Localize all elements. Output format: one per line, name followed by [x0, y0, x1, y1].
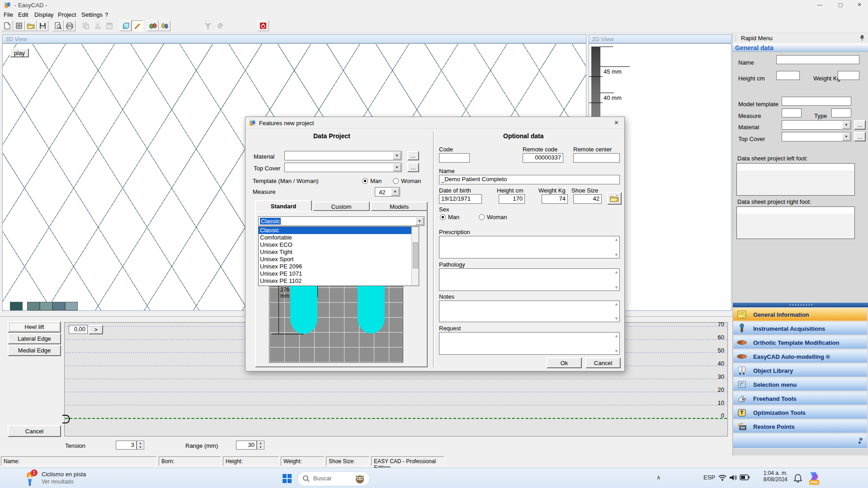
sex-man-radio[interactable]: [440, 214, 446, 220]
copilot-icon[interactable]: PRE: [807, 471, 823, 486]
scroll-up-icon[interactable]: ▲: [614, 270, 618, 274]
medial-edge-button[interactable]: Medial Edge: [8, 345, 61, 356]
scroll-down-icon[interactable]: ▼: [614, 253, 618, 257]
sb-height-field[interactable]: [776, 71, 800, 80]
dialog-cancel-button[interactable]: Cancel: [585, 357, 621, 368]
notes-textarea[interactable]: ▲▼: [439, 300, 620, 322]
dob-field[interactable]: 19/12/1971: [439, 194, 482, 204]
prescription-textarea[interactable]: ▲▼: [439, 236, 620, 258]
list-item[interactable]: Unisex Tight: [259, 249, 419, 256]
dialog-close-icon[interactable]: ✕: [614, 119, 619, 126]
standard-template-combo[interactable]: Classic ▼: [258, 216, 425, 226]
print-button[interactable]: [64, 20, 75, 31]
tension-spinner[interactable]: ▲▼: [137, 441, 144, 450]
menu-file[interactable]: File: [4, 11, 13, 18]
menu-settings[interactable]: Settings: [81, 11, 103, 18]
scroll-up-icon[interactable]: ▲: [614, 237, 618, 242]
scroll-down-icon[interactable]: ▼: [614, 285, 618, 290]
language-indicator[interactable]: ESP: [703, 474, 715, 481]
minimize-button[interactable]: —: [809, 0, 830, 10]
heel-lift-button[interactable]: Heel lift: [8, 321, 61, 333]
sb-name-field[interactable]: [776, 55, 859, 64]
shoe-size-field[interactable]: 42: [573, 194, 602, 204]
list-item[interactable]: Unisex PE 1102: [259, 277, 419, 285]
tray-expand-chevron[interactable]: ∧: [656, 474, 661, 481]
draw-pencil-button[interactable]: [132, 20, 143, 31]
clock-widget[interactable]: 1:04 a. m. 8/08/2024: [752, 470, 788, 487]
pathology-textarea[interactable]: ▲▼: [439, 268, 620, 291]
search-highlight-owl-icon[interactable]: [354, 473, 366, 484]
template-man-radio[interactable]: [362, 178, 368, 184]
profile-cancel-button[interactable]: Cancel: [8, 425, 61, 437]
notification-bell-icon[interactable]: [794, 474, 802, 483]
open-project-button[interactable]: [25, 20, 37, 31]
volume-icon[interactable]: [729, 474, 737, 481]
range-spinner[interactable]: ▲▼: [257, 441, 264, 450]
chevron-down-icon[interactable]: ▼: [393, 152, 401, 160]
material-more-button[interactable]: ...: [407, 151, 419, 160]
left-foot-datasheet-list[interactable]: [736, 163, 855, 196]
patient-name-field[interactable]: _Demo Patient Completo: [439, 175, 620, 184]
tab-standard[interactable]: Standard: [255, 200, 312, 211]
scroll-down-icon[interactable]: ▼: [614, 349, 618, 353]
insole-view-button[interactable]: [147, 20, 159, 31]
load-patient-button[interactable]: [607, 192, 622, 205]
curve-start-marker[interactable]: [62, 415, 70, 423]
notification-widget[interactable]: 1 Ciclismo en pista Ver resultado: [18, 469, 136, 488]
remote-center-field[interactable]: [573, 153, 620, 163]
search-box[interactable]: Buscar: [297, 471, 370, 486]
chevron-down-icon[interactable]: ▼: [391, 188, 399, 196]
sb-type-field[interactable]: [831, 108, 851, 117]
dialog-title-bar[interactable]: Features new project ✕: [245, 117, 624, 129]
list-item[interactable]: Unisex PE 1071: [259, 270, 419, 277]
sb-model-template-field[interactable]: [782, 97, 851, 106]
list-scrollbar[interactable]: [411, 227, 419, 286]
sb-material-more-button[interactable]: ...: [854, 120, 866, 130]
sb-top-cover-more-button[interactable]: ...: [854, 132, 866, 141]
save-button[interactable]: [37, 20, 48, 31]
sb-weight-field[interactable]: [838, 71, 859, 80]
sidebar-item-object-library[interactable]: Object Library: [733, 364, 867, 377]
height-field[interactable]: 170: [499, 194, 525, 204]
chevron-down-icon[interactable]: ▼: [858, 441, 862, 445]
sidebar-item-optimization-tools[interactable]: Optimization Tools: [733, 406, 867, 419]
sex-woman-radio[interactable]: [479, 214, 485, 220]
sidebar-item-freehand-tools[interactable]: Freehand Tools: [733, 392, 867, 405]
menu-project[interactable]: Project: [58, 11, 76, 18]
chevron-down-icon[interactable]: ▼: [393, 164, 401, 171]
top-cover-more-button[interactable]: ...: [407, 163, 419, 172]
list-item[interactable]: Unisex PE 2096: [259, 263, 419, 270]
sb-measure-field[interactable]: [782, 108, 802, 117]
menu-display[interactable]: Display: [34, 11, 54, 18]
new-file-button[interactable]: [1, 20, 13, 31]
scrollbar-thumb[interactable]: [413, 242, 418, 268]
sidebar-item-orthotic-template-modification[interactable]: Orthotic Template Modification: [733, 336, 867, 349]
lateral-edge-button[interactable]: Lateral Edge: [8, 333, 61, 344]
scroll-up-icon[interactable]: ▲: [614, 302, 618, 306]
list-item[interactable]: Unisex Sport: [259, 256, 419, 263]
tab-models[interactable]: Models: [371, 202, 428, 211]
template-woman-radio[interactable]: [393, 178, 399, 184]
close-button[interactable]: ✕: [851, 0, 868, 10]
code-field[interactable]: [439, 153, 470, 163]
start-button[interactable]: [280, 472, 294, 485]
range-field[interactable]: 30: [236, 441, 257, 450]
tension-field[interactable]: 3: [116, 441, 137, 450]
ok-button[interactable]: Ok: [547, 357, 582, 368]
standard-template-list[interactable]: Classic Comfortable Unisex ECO Unisex Ti…: [258, 226, 419, 286]
insole-pair-button[interactable]: [159, 20, 170, 31]
archive-button[interactable]: [13, 20, 25, 31]
measure-combo[interactable]: 42▼: [375, 187, 400, 197]
material-combo[interactable]: ▼: [284, 151, 402, 160]
pin-icon[interactable]: [859, 35, 865, 41]
maximize-button[interactable]: ▢: [830, 0, 851, 10]
chevron-down-icon[interactable]: ▼: [842, 133, 850, 141]
scroll-down-icon[interactable]: ▼: [614, 316, 618, 321]
splitter-handle[interactable]: [733, 303, 868, 307]
print-preview-button[interactable]: [52, 20, 64, 31]
tab-custom[interactable]: Custom: [313, 202, 370, 211]
weight-field[interactable]: 74: [542, 194, 568, 204]
sidebar-item-instrumental-acquisitions[interactable]: Instrumental Acquisitions: [733, 322, 867, 335]
view-thumbnail[interactable]: [10, 302, 23, 310]
scroll-up-icon[interactable]: ▲: [614, 333, 618, 338]
